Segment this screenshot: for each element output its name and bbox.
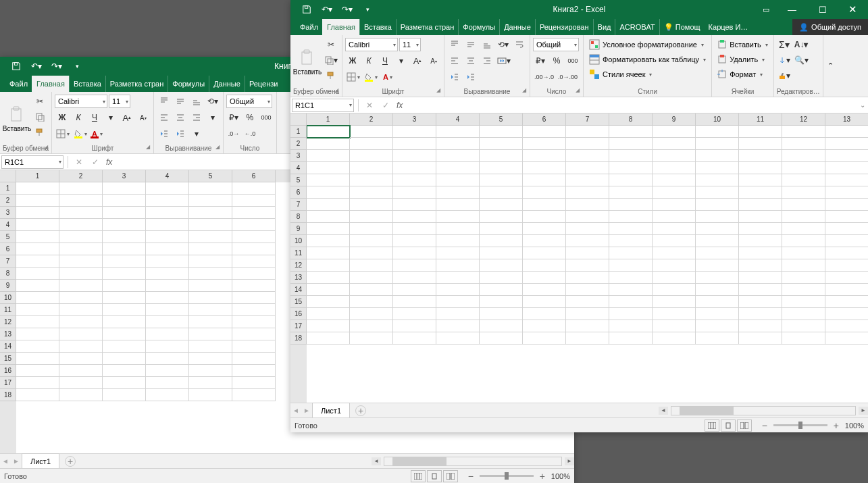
cell[interactable] [566, 223, 609, 235]
cell[interactable] [825, 162, 868, 174]
cell[interactable] [103, 207, 146, 219]
borders-button[interactable]: ▾ [345, 70, 361, 84]
increase-indent-icon[interactable] [173, 126, 188, 141]
sort-filter-icon[interactable]: A↓▾ [793, 37, 810, 52]
cell[interactable] [825, 223, 868, 235]
cell[interactable] [739, 126, 782, 138]
cell[interactable] [782, 284, 825, 296]
cell[interactable] [307, 211, 350, 223]
cell[interactable] [393, 162, 436, 174]
merge-cells-icon[interactable]: ▾ [496, 53, 512, 68]
cell[interactable] [146, 268, 189, 280]
cell[interactable] [523, 150, 566, 162]
cell[interactable] [609, 223, 653, 235]
col-header[interactable]: 8 [609, 113, 653, 126]
cell[interactable] [480, 223, 523, 235]
cell[interactable] [523, 186, 566, 199]
currency-icon[interactable]: ₽▾ [533, 53, 548, 68]
cell[interactable] [146, 255, 189, 268]
cell[interactable] [16, 340, 59, 353]
cell[interactable] [393, 272, 436, 284]
dialog-launcher-icon[interactable]: ◢ [144, 144, 152, 152]
wrap-text-icon[interactable] [512, 37, 527, 52]
cell[interactable] [436, 284, 480, 296]
add-sheet-icon[interactable]: + [355, 405, 366, 416]
menu-file[interactable]: Файл [296, 19, 322, 35]
cell[interactable] [782, 235, 825, 247]
cell[interactable] [609, 138, 653, 150]
menu-data[interactable]: Данные [209, 76, 245, 92]
cell[interactable] [653, 211, 696, 223]
cell[interactable] [609, 308, 653, 320]
cell[interactable] [189, 219, 232, 231]
row-header[interactable]: 14 [0, 340, 16, 353]
scroll-right-icon[interactable]: ► [565, 457, 574, 465]
scroll-left-icon[interactable]: ◄ [659, 407, 668, 415]
cell[interactable] [189, 243, 232, 255]
cell[interactable] [825, 308, 868, 320]
dialog-launcher-icon[interactable]: ◢ [332, 87, 340, 95]
cut-icon[interactable]: ✂ [323, 37, 339, 52]
cell[interactable] [436, 320, 480, 332]
cell[interactable] [307, 150, 350, 162]
cell[interactable] [523, 247, 566, 259]
copy-icon[interactable] [32, 109, 47, 124]
cell[interactable] [350, 235, 393, 247]
sheet-tab[interactable]: Лист1 [312, 403, 350, 417]
cell[interactable] [146, 207, 189, 219]
cell[interactable] [436, 138, 480, 150]
cell[interactable] [59, 316, 103, 328]
cell[interactable] [103, 389, 146, 401]
decrease-font-icon[interactable]: A▾ [426, 53, 441, 68]
fill-icon[interactable]: ▾ [777, 53, 792, 68]
dialog-launcher-icon[interactable]: ◢ [573, 87, 582, 95]
page-break-view-icon[interactable] [443, 470, 458, 482]
row-header[interactable]: 12 [290, 259, 307, 272]
cell[interactable] [653, 138, 696, 150]
cell[interactable] [350, 174, 393, 186]
cell[interactable] [739, 162, 782, 174]
cell[interactable] [609, 284, 653, 296]
cell[interactable] [782, 296, 825, 308]
cell[interactable] [189, 316, 232, 328]
orientation-icon[interactable]: ⟲▾ [205, 94, 220, 109]
cell[interactable] [653, 174, 696, 186]
paste-button[interactable]: Вставить [293, 37, 322, 87]
cell[interactable] [739, 320, 782, 332]
row-header[interactable]: 3 [290, 150, 307, 162]
cell[interactable] [393, 199, 436, 211]
tab-next-icon[interactable]: ► [301, 404, 312, 417]
cell[interactable] [609, 150, 653, 162]
cell[interactable] [782, 259, 825, 272]
cell[interactable] [825, 174, 868, 186]
cell[interactable] [480, 284, 523, 296]
cell[interactable] [103, 243, 146, 255]
cell[interactable] [146, 340, 189, 353]
cell[interactable] [146, 231, 189, 243]
horizontal-scrollbar[interactable] [671, 406, 856, 415]
cell[interactable] [566, 138, 609, 150]
row-header[interactable]: 4 [290, 162, 307, 174]
cell[interactable] [59, 243, 103, 255]
cell[interactable] [189, 195, 232, 207]
cell-styles-button[interactable]: Стили ячеек▾ [586, 67, 709, 82]
zoom-level[interactable]: 100% [551, 472, 570, 480]
comma-icon[interactable]: 000 [565, 53, 580, 68]
decrease-indent-icon[interactable] [447, 70, 462, 84]
cell[interactable] [566, 272, 609, 284]
cell[interactable] [480, 296, 523, 308]
cell[interactable] [523, 272, 566, 284]
cell[interactable] [566, 174, 609, 186]
menu-view[interactable]: Вид [593, 19, 615, 35]
row-header[interactable]: 2 [0, 195, 16, 207]
col-header[interactable]: 6 [523, 113, 566, 126]
row-header[interactable]: 14 [290, 284, 307, 296]
cell[interactable] [350, 332, 393, 345]
cell[interactable] [232, 243, 276, 255]
cell[interactable] [393, 320, 436, 332]
cell[interactable] [782, 199, 825, 211]
cell[interactable] [103, 182, 146, 195]
scroll-left-icon[interactable]: ◄ [372, 457, 381, 465]
menu-formulas[interactable]: Формулы [458, 19, 499, 35]
cell[interactable] [436, 235, 480, 247]
